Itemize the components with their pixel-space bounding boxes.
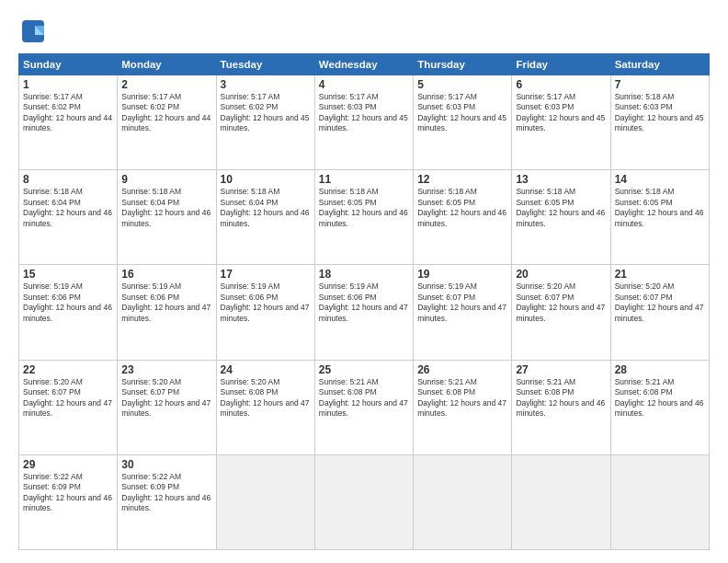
day-info: Sunrise: 5:18 AMSunset: 6:05 PMDaylight:… [615,187,704,227]
day-info: Sunrise: 5:21 AMSunset: 6:08 PMDaylight:… [319,377,408,418]
day-info: Sunrise: 5:20 AMSunset: 6:07 PMDaylight:… [121,377,210,418]
day-number: 20 [516,268,606,281]
calendar-cell: 16Sunrise: 5:19 AMSunset: 6:06 PMDayligh… [118,265,216,360]
calendar-week-1: 1Sunrise: 5:17 AMSunset: 6:02 PMDaylight… [19,75,710,170]
day-number: 13 [516,173,606,186]
calendar-cell: 9Sunrise: 5:18 AMSunset: 6:04 PMDaylight… [118,170,216,265]
day-info: Sunrise: 5:20 AMSunset: 6:07 PMDaylight:… [23,377,112,418]
col-thursday: Thursday [414,54,512,75]
calendar-cell: 22Sunrise: 5:20 AMSunset: 6:07 PMDayligh… [19,360,118,454]
day-number: 12 [417,173,507,186]
day-number: 17 [221,268,311,281]
calendar-page: Sunday Monday Tuesday Wednesday Thursday… [0,0,728,563]
day-info: Sunrise: 5:21 AMSunset: 6:08 PMDaylight:… [417,377,506,418]
day-info: Sunrise: 5:18 AMSunset: 6:03 PMDaylight:… [615,92,704,132]
calendar-table: Sunday Monday Tuesday Wednesday Thursday… [18,53,710,550]
calendar-cell: 25Sunrise: 5:21 AMSunset: 6:08 PMDayligh… [314,360,413,454]
col-wednesday: Wednesday [314,54,413,75]
day-info: Sunrise: 5:20 AMSunset: 6:08 PMDaylight:… [221,377,310,418]
day-number: 25 [319,363,409,376]
day-info: Sunrise: 5:22 AMSunset: 6:09 PMDaylight:… [121,472,210,512]
col-friday: Friday [512,54,610,75]
day-info: Sunrise: 5:18 AMSunset: 6:05 PMDaylight:… [417,187,506,227]
calendar-cell: 5Sunrise: 5:17 AMSunset: 6:03 PMDaylight… [414,75,512,170]
day-number: 23 [121,363,211,376]
calendar-cell: 29Sunrise: 5:22 AMSunset: 6:09 PMDayligh… [19,454,118,549]
day-info: Sunrise: 5:18 AMSunset: 6:04 PMDaylight:… [221,187,310,227]
calendar-cell: 20Sunrise: 5:20 AMSunset: 6:07 PMDayligh… [512,265,610,360]
day-info: Sunrise: 5:22 AMSunset: 6:09 PMDaylight:… [23,472,112,512]
calendar-cell: 30Sunrise: 5:22 AMSunset: 6:09 PMDayligh… [118,454,216,549]
calendar-cell: 12Sunrise: 5:18 AMSunset: 6:05 PMDayligh… [414,170,512,265]
day-number: 19 [417,268,507,281]
day-info: Sunrise: 5:19 AMSunset: 6:06 PMDaylight:… [23,282,112,322]
calendar-cell: 10Sunrise: 5:18 AMSunset: 6:04 PMDayligh… [216,170,314,265]
day-info: Sunrise: 5:21 AMSunset: 6:08 PMDaylight:… [516,377,605,418]
calendar-cell: 13Sunrise: 5:18 AMSunset: 6:05 PMDayligh… [512,170,610,265]
day-number: 28 [615,363,705,376]
day-number: 6 [516,78,606,91]
calendar-cell: 19Sunrise: 5:19 AMSunset: 6:07 PMDayligh… [414,265,512,360]
day-number: 7 [615,78,705,91]
day-number: 21 [615,268,705,281]
day-info: Sunrise: 5:21 AMSunset: 6:08 PMDaylight:… [615,377,704,418]
calendar-cell: 27Sunrise: 5:21 AMSunset: 6:08 PMDayligh… [512,360,610,454]
day-info: Sunrise: 5:17 AMSunset: 6:03 PMDaylight:… [417,92,506,132]
calendar-week-5: 29Sunrise: 5:22 AMSunset: 6:09 PMDayligh… [19,454,710,549]
col-monday: Monday [118,54,216,75]
day-number: 4 [319,78,409,91]
day-info: Sunrise: 5:20 AMSunset: 6:07 PMDaylight:… [516,282,605,322]
calendar-cell [414,454,512,549]
header-row: Sunday Monday Tuesday Wednesday Thursday… [19,54,710,75]
calendar-cell: 7Sunrise: 5:18 AMSunset: 6:03 PMDaylight… [610,75,709,170]
day-info: Sunrise: 5:18 AMSunset: 6:05 PMDaylight:… [516,187,605,227]
calendar-cell: 3Sunrise: 5:17 AMSunset: 6:02 PMDaylight… [216,75,314,170]
calendar-cell: 6Sunrise: 5:17 AMSunset: 6:03 PMDaylight… [512,75,610,170]
day-number: 22 [23,363,113,376]
col-saturday: Saturday [610,54,709,75]
day-number: 16 [121,268,211,281]
calendar-cell: 18Sunrise: 5:19 AMSunset: 6:06 PMDayligh… [314,265,413,360]
calendar-week-2: 8Sunrise: 5:18 AMSunset: 6:04 PMDaylight… [19,170,710,265]
calendar-cell: 21Sunrise: 5:20 AMSunset: 6:07 PMDayligh… [610,265,709,360]
calendar-cell: 26Sunrise: 5:21 AMSunset: 6:08 PMDayligh… [414,360,512,454]
day-number: 9 [121,173,211,186]
calendar-cell: 8Sunrise: 5:18 AMSunset: 6:04 PMDaylight… [19,170,118,265]
calendar-cell: 1Sunrise: 5:17 AMSunset: 6:02 PMDaylight… [19,75,118,170]
calendar-cell: 11Sunrise: 5:18 AMSunset: 6:05 PMDayligh… [314,170,413,265]
day-info: Sunrise: 5:19 AMSunset: 6:06 PMDaylight:… [319,282,408,322]
logo-icon [18,17,48,46]
calendar-cell: 15Sunrise: 5:19 AMSunset: 6:06 PMDayligh… [19,265,118,360]
day-number: 8 [23,173,113,186]
calendar-cell: 2Sunrise: 5:17 AMSunset: 6:02 PMDaylight… [118,75,216,170]
calendar-cell: 14Sunrise: 5:18 AMSunset: 6:05 PMDayligh… [610,170,709,265]
calendar-cell: 23Sunrise: 5:20 AMSunset: 6:07 PMDayligh… [118,360,216,454]
day-number: 27 [516,363,606,376]
day-number: 2 [121,78,211,91]
day-info: Sunrise: 5:19 AMSunset: 6:06 PMDaylight:… [121,282,210,322]
day-number: 10 [221,173,311,186]
calendar-cell [314,454,413,549]
header [18,17,710,46]
calendar-cell: 24Sunrise: 5:20 AMSunset: 6:08 PMDayligh… [216,360,314,454]
calendar-cell [216,454,314,549]
col-tuesday: Tuesday [216,54,314,75]
day-info: Sunrise: 5:18 AMSunset: 6:04 PMDaylight:… [23,187,112,227]
day-number: 5 [417,78,507,91]
day-number: 11 [319,173,409,186]
day-number: 24 [221,363,311,376]
day-number: 1 [23,78,113,91]
calendar-cell [512,454,610,549]
calendar-cell: 4Sunrise: 5:17 AMSunset: 6:03 PMDaylight… [314,75,413,170]
day-info: Sunrise: 5:17 AMSunset: 6:02 PMDaylight:… [23,92,112,132]
day-info: Sunrise: 5:19 AMSunset: 6:06 PMDaylight:… [221,282,310,322]
col-sunday: Sunday [19,54,118,75]
day-info: Sunrise: 5:17 AMSunset: 6:02 PMDaylight:… [221,92,310,132]
day-info: Sunrise: 5:17 AMSunset: 6:02 PMDaylight:… [121,92,210,132]
calendar-week-4: 22Sunrise: 5:20 AMSunset: 6:07 PMDayligh… [19,360,710,454]
day-number: 14 [615,173,705,186]
day-number: 26 [417,363,507,376]
day-number: 30 [121,458,211,471]
calendar-cell: 17Sunrise: 5:19 AMSunset: 6:06 PMDayligh… [216,265,314,360]
calendar-week-3: 15Sunrise: 5:19 AMSunset: 6:06 PMDayligh… [19,265,710,360]
